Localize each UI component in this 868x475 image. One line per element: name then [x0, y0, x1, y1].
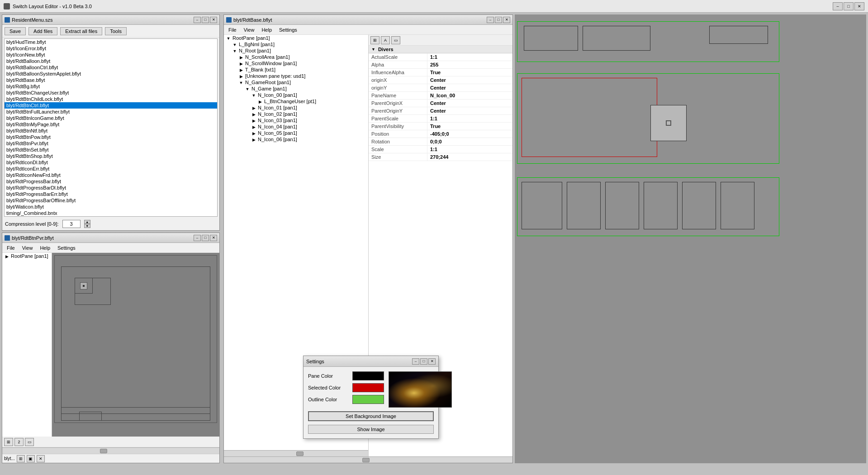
file-item[interactable]: blyt/RdtBtnShop.bflyt: [5, 153, 217, 159]
file-item[interactable]: blyt/RdtBtnNtf.bflyt: [5, 128, 217, 134]
file-item[interactable]: blyt/RdtBg.bflyt: [5, 83, 217, 90]
app-close-btn[interactable]: ✕: [854, 2, 864, 10]
file-list[interactable]: blyt/HudTime.bflytblyt/IconError.bflytbl…: [4, 38, 218, 217]
tree-node[interactable]: ▶ L_BtnChangeUser [pt1]: [224, 98, 368, 104]
settings-minimize[interactable]: –: [412, 358, 419, 365]
rdtbase-props-tool1[interactable]: ⊞: [370, 36, 379, 44]
rdtbase-props-tool3[interactable]: ▭: [391, 36, 400, 44]
pane-color-swatch[interactable]: [352, 371, 384, 380]
file-item[interactable]: blyt/IconError.bflyt: [5, 45, 217, 52]
file-item[interactable]: blyt/RdtBalloonSystemApplet.bflyt: [5, 71, 217, 77]
tree-node[interactable]: ▶ N_Icon_05 [pan1]: [224, 130, 368, 136]
tree-expander[interactable]: ▶: [238, 62, 244, 66]
file-item[interactable]: timing/_Combined.bntx: [5, 210, 217, 216]
pvr-hscroll-thumb[interactable]: [100, 449, 107, 453]
rdtbase-bottom-scroll[interactable]: [224, 456, 512, 463]
settings-close[interactable]: ✕: [428, 358, 436, 365]
file-item[interactable]: blyt/RdtProgressBar.bflyt: [5, 178, 217, 185]
show-image-btn[interactable]: Show Image: [308, 425, 434, 434]
tree-node[interactable]: ▶ N_Icon_02 [pan1]: [224, 111, 368, 117]
pvr-tool3[interactable]: ▭: [25, 438, 34, 446]
file-item[interactable]: blyt/RdtBtnMyPage.bflyt: [5, 121, 217, 128]
tree-expander[interactable]: ▶: [251, 106, 256, 110]
pvr-menu-settings[interactable]: Settings: [55, 244, 78, 252]
file-item[interactable]: blyt/RdtBtnSet.bflyt: [5, 147, 217, 153]
file-item[interactable]: blyt/RdtBtnCtrl.bflyt: [5, 102, 217, 109]
tree-node[interactable]: ▶ T_Blank [txt1]: [224, 66, 368, 73]
tree-expander[interactable]: ▶: [251, 112, 256, 117]
pvr-menu-help[interactable]: Help: [37, 244, 53, 252]
file-item[interactable]: blyt/RdtBtnIconGame.bflyt: [5, 115, 217, 121]
tree-node[interactable]: ▶ N_ScrollArea [pan1]: [224, 54, 368, 60]
tree-expander[interactable]: ▶: [251, 125, 256, 129]
settings-maximize[interactable]: □: [420, 358, 427, 365]
tree-node[interactable]: ▶ N_Icon_04 [pan1]: [224, 124, 368, 130]
pvr-tree-root[interactable]: ▶ RootPane [pan1]: [2, 253, 52, 259]
file-item[interactable]: blyt/RdtBtnChangeUser.bflyt: [5, 90, 217, 96]
pvr-maximize[interactable]: □: [202, 235, 209, 241]
rdtbase-props-tool2[interactable]: A: [381, 36, 390, 44]
file-item[interactable]: blyt/RdtBtnFullLauncher.bflyt: [5, 109, 217, 115]
resident-menu-maximize[interactable]: □: [202, 17, 209, 23]
file-item[interactable]: blyt/RdtProgressBarDl.bflyt: [5, 185, 217, 191]
outline-color-swatch[interactable]: [352, 395, 384, 404]
tree-expander[interactable]: ▶: [238, 55, 244, 60]
pvr-root-expander[interactable]: ▶: [4, 254, 9, 259]
app-maximize-btn[interactable]: □: [844, 2, 854, 10]
file-item[interactable]: blyt/RdtIconErr.bflyt: [5, 166, 217, 172]
extract-all-btn[interactable]: Extract all files: [60, 27, 102, 35]
set-bg-image-btn[interactable]: Set Background Image: [308, 411, 434, 421]
file-item[interactable]: blyt/RdtBtnPow.bflyt: [5, 134, 217, 140]
compression-input[interactable]: [62, 220, 81, 228]
file-item[interactable]: blyt/RdtBalloonCtrl.bflyt: [5, 64, 217, 71]
tree-node[interactable]: ▼ N_GameRoot [pan1]: [224, 79, 368, 86]
selected-color-swatch[interactable]: [352, 383, 384, 392]
pvr-close[interactable]: ✕: [210, 235, 217, 241]
tree-node[interactable]: ▶ N_ScrollWindow [pan1]: [224, 60, 368, 66]
pvr-status-icon1[interactable]: ⊞: [17, 455, 25, 462]
file-item[interactable]: blyt/RdtBalloon.bflyt: [5, 58, 217, 64]
rdtbase-maximize[interactable]: □: [495, 17, 502, 23]
tree-expander[interactable]: ▶: [251, 138, 256, 142]
props-section-divers[interactable]: ▼Divers: [369, 46, 512, 53]
tree-node[interactable]: ▶ N_Icon_03 [pan1]: [224, 117, 368, 124]
pvr-menu-view[interactable]: View: [19, 244, 36, 252]
pvr-tool2[interactable]: 2: [14, 438, 24, 446]
compression-down[interactable]: ▼: [84, 224, 90, 228]
file-item[interactable]: blyt/RdtProgressBarErr.bflyt: [5, 191, 217, 197]
tree-expander[interactable]: ▶: [238, 74, 244, 79]
rdtbase-menu-settings[interactable]: Settings: [276, 26, 300, 33]
pvr-status-icon3[interactable]: ✕: [37, 455, 45, 462]
tree-expander[interactable]: ▶: [257, 100, 263, 104]
pvr-menu-file[interactable]: File: [4, 244, 18, 252]
pvr-status-icon2[interactable]: ▣: [27, 455, 35, 462]
app-minimize-btn[interactable]: –: [833, 2, 843, 10]
file-item[interactable]: blyt/RdtIconNewFrd.bflyt: [5, 172, 217, 178]
tree-node[interactable]: ▼ N_Root [pan1]: [224, 48, 368, 54]
tree-expander[interactable]: ▶: [251, 119, 256, 123]
tree-node[interactable]: ▼ RootPane [pan1]: [224, 35, 368, 41]
rdtbase-minimize[interactable]: –: [487, 17, 494, 23]
tree-expander[interactable]: ▼: [232, 49, 237, 53]
tree-expander[interactable]: ▼: [232, 43, 237, 47]
file-item[interactable]: blyt/Waticon.bflyt: [5, 204, 217, 210]
tree-node[interactable]: ▼ N_Icon_00 [pan1]: [224, 92, 368, 98]
rdtbase-tree-hscroll-thumb[interactable]: [296, 451, 304, 456]
pvr-hscroll[interactable]: [2, 447, 219, 454]
tree-node[interactable]: ▼ L_BgNml [pan1]: [224, 41, 368, 48]
tree-expander[interactable]: ▶: [251, 131, 256, 136]
pvr-tool1[interactable]: ⊞: [4, 438, 13, 446]
rdtbase-bottom-scroll-thumb[interactable]: [362, 458, 370, 462]
tree-expander[interactable]: ▶: [238, 68, 244, 72]
rdtbase-menu-file[interactable]: File: [226, 26, 239, 33]
tree-node[interactable]: ▶ [Unknown pane type: usd1]: [224, 73, 368, 79]
tree-node[interactable]: ▶ N_Icon_01 [pan1]: [224, 104, 368, 111]
tree-expander[interactable]: ▼: [226, 36, 231, 41]
tree-expander[interactable]: ▼: [238, 81, 244, 85]
compression-up[interactable]: ▲: [84, 220, 90, 224]
save-btn[interactable]: Save: [5, 27, 26, 35]
rdtbase-menu-help[interactable]: Help: [259, 26, 275, 33]
file-item[interactable]: blyt/IconNew.bflyt: [5, 52, 217, 58]
file-item[interactable]: blyt/RdtBase.bflyt: [5, 77, 217, 83]
rdtbase-tree-hscroll[interactable]: [224, 450, 368, 456]
